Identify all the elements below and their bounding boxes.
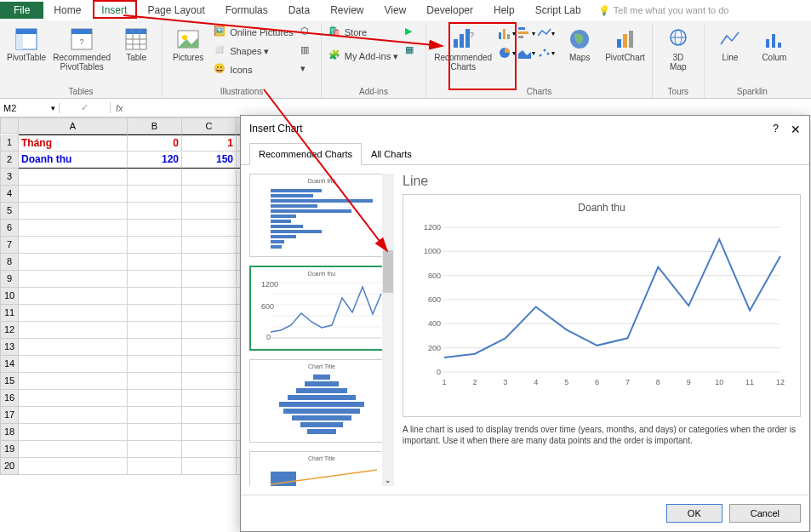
screenshot-button[interactable]: ▾ xyxy=(299,61,316,78)
cell[interactable] xyxy=(128,288,182,305)
cell[interactable] xyxy=(182,288,237,305)
cell[interactable] xyxy=(19,441,128,458)
col-header-b[interactable]: B xyxy=(128,117,182,134)
tab-home[interactable]: Home xyxy=(43,2,91,19)
cell[interactable] xyxy=(128,237,182,254)
cell[interactable] xyxy=(182,441,237,458)
row-header[interactable]: 10 xyxy=(0,288,19,305)
cell[interactable] xyxy=(182,271,237,288)
pictures-button[interactable]: Pictures xyxy=(168,24,208,64)
cell-a2[interactable]: Doanh thu xyxy=(19,152,128,169)
tell-me-search[interactable]: 💡 Tell me what you want to do xyxy=(598,5,729,16)
row-header[interactable]: 15 xyxy=(0,373,19,390)
tab-all-charts[interactable]: All Charts xyxy=(362,143,421,165)
cell[interactable] xyxy=(19,288,128,305)
row-header[interactable]: 17 xyxy=(0,407,19,424)
thumb-clustered-bar[interactable]: Doanh thu xyxy=(249,174,394,257)
cell[interactable] xyxy=(19,254,128,271)
myaddins-button[interactable]: 🧩My Add-ins▾ xyxy=(327,48,400,65)
chart-preview-box[interactable]: Doanh thu 020040060080010001200123456789… xyxy=(403,194,801,417)
cell[interactable] xyxy=(19,407,128,424)
column-chart-button[interactable]: ▾ xyxy=(517,24,536,43)
col-header-a[interactable]: A xyxy=(19,117,128,134)
row-header[interactable]: 7 xyxy=(0,237,19,254)
cell[interactable] xyxy=(128,186,182,203)
table-button[interactable]: Table xyxy=(116,24,157,64)
cell[interactable] xyxy=(182,220,237,237)
cell-c2[interactable]: 150 xyxy=(182,152,237,169)
cell[interactable] xyxy=(19,373,128,390)
cell[interactable] xyxy=(182,169,237,186)
cell[interactable] xyxy=(182,339,237,356)
tab-scriptlab[interactable]: Script Lab xyxy=(525,2,591,19)
cell[interactable] xyxy=(128,441,182,458)
cell[interactable] xyxy=(19,220,128,237)
rec-charts-button[interactable]: ? Recommended Charts xyxy=(431,24,494,73)
cell[interactable] xyxy=(19,424,128,441)
row-header[interactable]: 2 xyxy=(0,152,19,169)
cell[interactable] xyxy=(19,339,128,356)
cancel-button[interactable]: Cancel xyxy=(729,504,801,523)
tab-developer[interactable]: Developer xyxy=(416,2,483,19)
cell[interactable] xyxy=(182,458,237,475)
sparkline-line-button[interactable]: Line xyxy=(710,24,751,64)
cell[interactable] xyxy=(128,305,182,322)
cell[interactable] xyxy=(128,271,182,288)
cell[interactable] xyxy=(19,237,128,254)
row-header[interactable]: 18 xyxy=(0,424,19,441)
cell-a1[interactable]: Tháng xyxy=(19,134,128,152)
cell[interactable] xyxy=(128,322,182,339)
row-header[interactable]: 3 xyxy=(0,169,19,186)
cell[interactable] xyxy=(182,407,237,424)
cell[interactable] xyxy=(128,220,182,237)
maps-button[interactable]: Maps xyxy=(559,24,600,64)
cell[interactable] xyxy=(182,186,237,203)
online-pictures-button[interactable]: 🖼️Online Pictures xyxy=(212,24,295,41)
cell[interactable] xyxy=(128,203,182,220)
thumb-combo[interactable]: Chart Title xyxy=(249,451,394,486)
bing-button[interactable]: ▶ xyxy=(403,24,420,41)
sparkline-column-button[interactable]: Colum xyxy=(754,24,795,64)
cell[interactable] xyxy=(19,458,128,475)
cell-c1[interactable]: 1 xyxy=(182,134,237,152)
thumb-funnel[interactable]: Chart Title xyxy=(249,359,394,443)
name-box[interactable]: M2▾ xyxy=(0,103,60,113)
pivottable-button[interactable]: PivotTable xyxy=(5,24,48,64)
scatter-chart-button[interactable]: ▾ xyxy=(537,43,556,62)
row-header[interactable]: 12 xyxy=(0,322,19,339)
cell[interactable] xyxy=(182,373,237,390)
pie-chart-button[interactable]: ▾ xyxy=(498,43,517,62)
cell[interactable] xyxy=(128,373,182,390)
tab-insert[interactable]: Insert xyxy=(91,2,137,19)
cell[interactable] xyxy=(19,186,128,203)
cell-b1[interactable]: 0 xyxy=(128,134,182,152)
cell[interactable] xyxy=(182,390,237,407)
cell[interactable] xyxy=(19,305,128,322)
col-header-c[interactable]: C xyxy=(182,117,237,134)
cell[interactable] xyxy=(182,322,237,339)
cell[interactable] xyxy=(182,305,237,322)
cell[interactable] xyxy=(182,203,237,220)
thumb-line[interactable]: Doanh thu 12006000 xyxy=(249,266,394,351)
cell[interactable] xyxy=(128,254,182,271)
cell[interactable] xyxy=(128,169,182,186)
row-header[interactable]: 16 xyxy=(0,390,19,407)
cell[interactable] xyxy=(128,458,182,475)
rec-pivottables-button[interactable]: ? Recommended PivotTables xyxy=(51,24,112,73)
help-button[interactable]: ? xyxy=(773,123,779,136)
3dmap-button[interactable]: 3D Map xyxy=(658,24,699,73)
row-header[interactable]: 1 xyxy=(0,134,19,152)
tab-recommended[interactable]: Recommended Charts xyxy=(249,143,362,165)
ok-button[interactable]: OK xyxy=(666,504,722,523)
cell[interactable] xyxy=(128,390,182,407)
cell[interactable] xyxy=(19,203,128,220)
cell[interactable] xyxy=(182,254,237,271)
row-header[interactable]: 13 xyxy=(0,339,19,356)
scrollbar[interactable]: ⌄ xyxy=(382,174,394,486)
smartart-button[interactable]: ▥ xyxy=(299,43,316,60)
cell[interactable] xyxy=(182,237,237,254)
cell[interactable] xyxy=(19,271,128,288)
people-button[interactable]: ▦ xyxy=(403,43,420,60)
row-header[interactable]: 14 xyxy=(0,356,19,373)
cell[interactable] xyxy=(182,424,237,441)
